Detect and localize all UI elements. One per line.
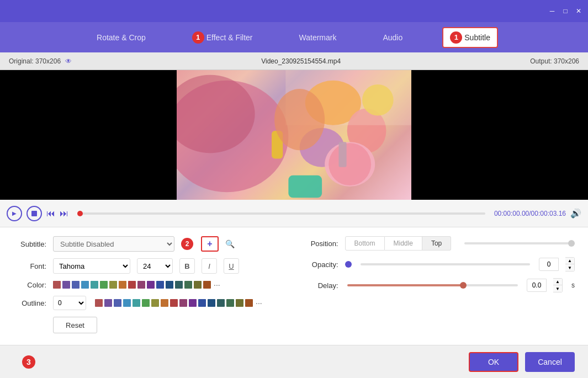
- step3-badge: 3: [22, 355, 35, 369]
- bold-button[interactable]: B: [179, 258, 195, 274]
- position-slider-track[interactable]: [464, 242, 575, 244]
- color-swatch[interactable]: [119, 281, 126, 289]
- color-swatch[interactable]: [156, 281, 164, 289]
- step3-badge-label: 3: [22, 355, 38, 369]
- more-colors-button[interactable]: ···: [214, 280, 220, 289]
- outline-swatch[interactable]: [161, 299, 168, 307]
- font-row: Font: Tahoma 24 B I U: [13, 258, 289, 274]
- tab-effect[interactable]: 1Effect & Filter: [186, 28, 259, 47]
- outline-swatch[interactable]: [217, 299, 225, 307]
- controls-panel: Subtitle: Subtitle Disabled 2 + 🔍 Font: …: [0, 227, 588, 345]
- italic-button[interactable]: I: [202, 258, 217, 274]
- color-swatch[interactable]: [109, 281, 117, 289]
- cancel-button[interactable]: Cancel: [525, 352, 575, 372]
- delay-down-button[interactable]: ▼: [553, 285, 562, 292]
- color-swatch[interactable]: [184, 281, 192, 289]
- position-slider-thumb: [568, 240, 575, 247]
- tab-watermark[interactable]: Watermark: [293, 30, 343, 45]
- outline-swatch[interactable]: [189, 299, 197, 307]
- output-size-label: Output: 370x206: [530, 57, 579, 65]
- delay-slider-track[interactable]: [347, 284, 518, 286]
- color-swatch[interactable]: [175, 281, 183, 289]
- outline-swatch[interactable]: [133, 299, 140, 307]
- color-swatch[interactable]: [128, 281, 136, 289]
- reset-row: Reset: [13, 317, 289, 333]
- outline-swatch[interactable]: [179, 299, 187, 307]
- playback-bar: ▶ ⏮ ⏭ 00:00:00.00/00:00:03.16 🔊: [0, 200, 588, 227]
- reset-button[interactable]: Reset: [53, 317, 97, 333]
- position-top-button[interactable]: Top: [422, 236, 451, 251]
- outline-swatch[interactable]: [123, 299, 131, 307]
- tab-bar: Rotate & Crop 1Effect & Filter Watermark…: [0, 22, 588, 52]
- subtitle-select[interactable]: Subtitle Disabled: [53, 236, 174, 252]
- color-swatch[interactable]: [203, 281, 211, 289]
- ok-button[interactable]: OK: [469, 352, 518, 372]
- tab-subtitle[interactable]: 1Subtitle: [442, 27, 498, 48]
- progress-indicator: [77, 211, 83, 216]
- opacity-slider-thumb: [345, 261, 352, 268]
- subtitle-row: Subtitle: Subtitle Disabled 2 + 🔍: [13, 236, 289, 252]
- outline-swatch[interactable]: [245, 299, 253, 307]
- color-swatch[interactable]: [147, 281, 155, 289]
- more-outline-colors-button[interactable]: ···: [256, 299, 262, 307]
- delay-row: Delay: 0.0 ▲ ▼ s: [300, 278, 575, 292]
- outline-swatch[interactable]: [95, 299, 103, 307]
- position-middle-button[interactable]: Middle: [385, 236, 422, 251]
- video-left-black: [0, 70, 177, 200]
- delay-up-button[interactable]: ▲: [553, 279, 562, 285]
- color-swatch[interactable]: [91, 281, 98, 289]
- outline-swatch[interactable]: [170, 299, 178, 307]
- tab-audio[interactable]: Audio: [376, 30, 409, 45]
- volume-icon[interactable]: 🔊: [570, 208, 581, 219]
- outline-swatch[interactable]: [114, 299, 121, 307]
- font-size-select[interactable]: 24: [137, 258, 173, 274]
- color-swatch[interactable]: [137, 281, 145, 289]
- play-button[interactable]: ▶: [7, 206, 22, 221]
- opacity-value: 0: [539, 258, 559, 271]
- color-swatch[interactable]: [72, 281, 80, 289]
- opacity-up-button[interactable]: ▲: [565, 258, 574, 264]
- svg-point-12: [274, 89, 325, 150]
- video-preview: [0, 70, 588, 200]
- subtitle-label: Subtitle:: [13, 240, 46, 248]
- color-label: Color:: [13, 281, 46, 289]
- outline-swatch[interactable]: [198, 299, 206, 307]
- close-button[interactable]: ✕: [574, 6, 584, 16]
- outline-swatch[interactable]: [226, 299, 234, 307]
- progress-track[interactable]: [77, 212, 485, 215]
- underline-button[interactable]: U: [224, 258, 239, 274]
- left-controls: Subtitle: Subtitle Disabled 2 + 🔍 Font: …: [13, 236, 289, 333]
- minimize-button[interactable]: ─: [547, 6, 557, 16]
- outline-swatch[interactable]: [151, 299, 159, 307]
- outline-swatch[interactable]: [236, 299, 243, 307]
- delay-spinner: ▲ ▼: [553, 278, 563, 292]
- search-icon[interactable]: 🔍: [225, 239, 235, 248]
- main-window: ─ □ ✕ Rotate & Crop 1Effect & Filter Wat…: [0, 0, 588, 378]
- color-swatch[interactable]: [53, 281, 61, 289]
- prev-frame-button[interactable]: ⏮: [46, 209, 55, 219]
- bottom-bar: 3 OK Cancel: [0, 345, 588, 378]
- step1-badge: 1: [192, 31, 204, 44]
- font-select[interactable]: Tahoma: [53, 258, 130, 274]
- color-swatch[interactable]: [62, 281, 70, 289]
- stop-button[interactable]: [27, 206, 42, 221]
- color-swatch[interactable]: [166, 281, 173, 289]
- svg-point-9: [329, 143, 371, 185]
- maximize-button[interactable]: □: [560, 6, 570, 16]
- right-controls: Position: Bottom Middle Top Opacity:: [289, 236, 575, 333]
- position-bottom-button[interactable]: Bottom: [345, 236, 385, 251]
- color-swatch[interactable]: [81, 281, 89, 289]
- add-subtitle-button[interactable]: +: [201, 236, 219, 252]
- outline-swatch[interactable]: [208, 299, 215, 307]
- next-frame-button[interactable]: ⏭: [60, 209, 68, 219]
- opacity-down-button[interactable]: ▼: [565, 264, 574, 271]
- outline-swatch[interactable]: [142, 299, 150, 307]
- color-swatch[interactable]: [100, 281, 108, 289]
- color-swatch[interactable]: [194, 281, 202, 289]
- tab-rotate[interactable]: Rotate & Crop: [90, 30, 152, 45]
- outline-swatch[interactable]: [104, 299, 112, 307]
- opacity-slider-track[interactable]: [361, 263, 531, 265]
- outline-row: Outline: 0: [13, 296, 289, 310]
- eye-icon[interactable]: 👁: [65, 57, 72, 65]
- outline-select[interactable]: 0: [53, 296, 86, 310]
